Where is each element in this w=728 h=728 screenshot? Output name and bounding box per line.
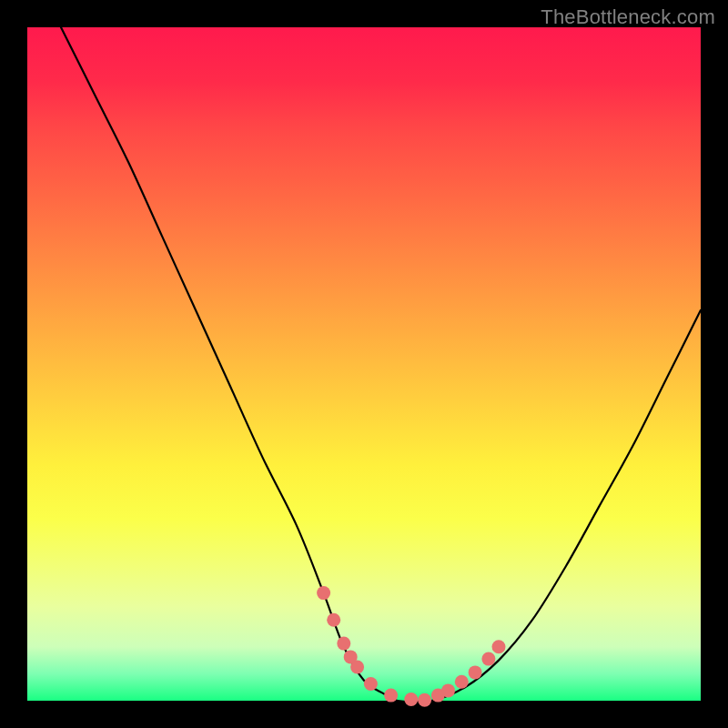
highlight-marker	[441, 683, 455, 697]
curve-layer	[27, 27, 701, 701]
highlight-marker	[317, 586, 330, 600]
bottleneck-curve	[61, 27, 701, 702]
highlight-marker	[404, 693, 418, 706]
highlight-marker	[469, 665, 482, 679]
watermark-text: TheBottleneck.com	[541, 5, 715, 29]
highlight-marker	[418, 693, 431, 707]
plot-area	[27, 27, 701, 701]
highlight-marker	[481, 652, 495, 666]
highlight-marker	[492, 640, 506, 653]
marker-group	[317, 586, 505, 707]
highlight-marker	[350, 661, 364, 674]
chart-frame: TheBottleneck.com	[0, 0, 728, 728]
highlight-marker	[327, 613, 340, 627]
highlight-marker	[364, 677, 378, 691]
highlight-marker	[337, 637, 350, 651]
highlight-marker	[384, 689, 398, 703]
highlight-marker	[455, 675, 469, 689]
